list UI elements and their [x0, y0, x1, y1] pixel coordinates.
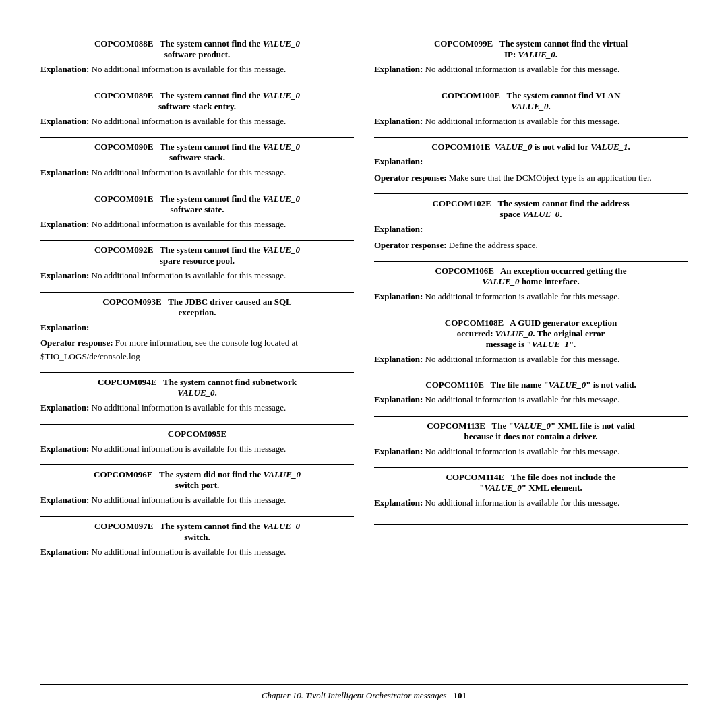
- entry-header-COPCOM088E: COPCOM088E The system cannot find the VA…: [40, 34, 354, 60]
- body-102: Explanation: Operator response: Define t…: [374, 222, 688, 251]
- label-108c: message is "VALUE_1".: [486, 339, 576, 349]
- label-110: The file name "VALUE_0" is not valid.: [491, 380, 636, 390]
- explanation-label-088: Explanation:: [40, 64, 89, 74]
- label-099: The system cannot find the virtual: [499, 38, 628, 49]
- value-099: VALUE_0: [518, 49, 555, 59]
- value-113: VALUE_0: [514, 421, 551, 431]
- period-101: .: [628, 142, 630, 152]
- body-100: Explanation: No additional information i…: [374, 115, 688, 128]
- entry-COPCOM101E: COPCOM101E VALUE_0 is not valid for VALU…: [374, 137, 688, 187]
- body-090: Explanation: No additional information i…: [40, 166, 354, 179]
- entry-COPCOM108E: COPCOM108E A GUID generator exception oc…: [374, 313, 688, 369]
- operator-label-102: Operator response:: [374, 240, 446, 250]
- label-106: An exception occurred getting the: [500, 266, 627, 276]
- body-106: Explanation: No additional information i…: [374, 290, 688, 303]
- label-096b: switch port.: [175, 480, 220, 490]
- entry-COPCOM089E: COPCOM089E The system cannot find the VA…: [40, 86, 354, 131]
- label-097b: switch.: [184, 532, 210, 542]
- entry-COPCOM088E: COPCOM088E The system cannot find the VA…: [40, 34, 354, 79]
- entry-header-COPCOM096E: COPCOM096E The system did not find the V…: [40, 464, 354, 491]
- entry-COPCOM092E: COPCOM092E The system cannot find the VA…: [40, 240, 354, 285]
- explanation-label-093: Explanation:: [40, 322, 89, 332]
- explanation-label-113: Explanation:: [374, 446, 423, 456]
- explanation-text-099: No additional information is available f…: [423, 64, 619, 74]
- code-092: COPCOM092E: [94, 245, 153, 255]
- label-092: The system cannot find the VALUE_0: [160, 245, 300, 255]
- explanation-text-091: No additional information is available f…: [89, 219, 286, 229]
- code-099: COPCOM099E: [434, 38, 493, 49]
- period-100: .: [549, 101, 551, 111]
- value-101b: VALUE_1: [590, 142, 628, 152]
- explanation-text-096: No additional information is available f…: [89, 495, 286, 505]
- body-099: Explanation: No additional information i…: [374, 63, 688, 76]
- code-096: COPCOM096E: [94, 469, 152, 479]
- value-110: VALUE_0: [549, 380, 586, 390]
- label-092b: spare resource pool.: [160, 255, 235, 266]
- code-110: COPCOM110E: [425, 380, 484, 390]
- period-094: .: [215, 388, 217, 398]
- label-101: is not valid for: [532, 142, 590, 152]
- label-090b: software stack.: [169, 152, 225, 162]
- explanation-label-106: Explanation:: [374, 291, 423, 301]
- explanation-label-091: Explanation:: [40, 219, 89, 229]
- right-column: COPCOM099E The system cannot find the vi…: [374, 34, 688, 677]
- value-106: VALUE_0: [482, 276, 519, 286]
- label-094: The system cannot find subnetwork: [163, 377, 297, 387]
- label-108b: occurred: VALUE_0. The original error: [457, 328, 605, 338]
- entry-COPCOM093E: COPCOM093E The JDBC driver caused an SQL…: [40, 292, 354, 366]
- label-099b: IP: VALUE_0.: [504, 49, 557, 59]
- page-number: 101: [454, 690, 467, 701]
- bottom-rule-right: [374, 524, 688, 525]
- body-108: Explanation: No additional information i…: [374, 353, 688, 366]
- explanation-label-089: Explanation:: [40, 116, 89, 126]
- label-096: The system did not find the VALUE_0: [159, 469, 301, 479]
- explanation-label-110: Explanation:: [374, 394, 423, 404]
- explanation-text-110: No additional information is available f…: [423, 394, 619, 404]
- entry-COPCOM100E: COPCOM100E The system cannot find VLAN V…: [374, 86, 688, 131]
- explanation-text-090: No additional information is available f…: [89, 167, 286, 177]
- value-091: VALUE_0: [263, 193, 300, 204]
- label-113: The "VALUE_0" XML file is not valid: [492, 421, 635, 431]
- label-100: The system cannot find VLAN: [507, 90, 621, 100]
- value-094: VALUE_0: [177, 388, 214, 398]
- code-114: COPCOM114E: [446, 472, 505, 482]
- label-088: The system cannot find the VALUE_0: [160, 38, 300, 49]
- label-114: The file does not include the: [511, 472, 616, 482]
- entry-COPCOM106E: COPCOM106E An exception occurred getting…: [374, 261, 688, 306]
- label-089: The system cannot find the VALUE_0: [160, 90, 300, 100]
- code-090: COPCOM090E: [94, 142, 153, 152]
- explanation-text-106: No additional information is available f…: [423, 291, 619, 301]
- explanation-label-108: Explanation:: [374, 354, 423, 364]
- value-100: VALUE_0: [511, 101, 548, 111]
- explanation-label-101: Explanation:: [374, 156, 423, 166]
- label-090: The system cannot find the VALUE_0: [160, 142, 300, 152]
- entry-header-COPCOM113E: COPCOM113E The "VALUE_0" XML file is not…: [374, 416, 688, 442]
- value-096: VALUE_0: [264, 469, 301, 479]
- explanation-label-096: Explanation:: [40, 495, 89, 505]
- explanation-label-102: Explanation:: [374, 224, 423, 234]
- value-097: VALUE_0: [263, 521, 300, 531]
- label-091b: software state.: [171, 204, 224, 214]
- explanation-text-095: No additional information is available f…: [89, 444, 286, 454]
- entry-COPCOM094E: COPCOM094E The system cannot find subnet…: [40, 372, 354, 417]
- body-094: Explanation: No additional information i…: [40, 401, 354, 415]
- entry-COPCOM096E: COPCOM096E The system did not find the V…: [40, 464, 354, 510]
- entry-header-COPCOM093E: COPCOM093E The JDBC driver caused an SQL…: [40, 292, 354, 318]
- explanation-text-100: No additional information is available f…: [423, 116, 619, 126]
- code-091: COPCOM091E: [94, 193, 153, 204]
- body-089: Explanation: No additional information i…: [40, 115, 354, 128]
- entry-COPCOM090E: COPCOM090E The system cannot find the VA…: [40, 137, 354, 182]
- label-093: The JDBC driver caused an SQL: [168, 297, 292, 307]
- explanation-text-088: No additional information is available f…: [89, 64, 286, 74]
- code-113: COPCOM113E: [427, 421, 485, 431]
- operator-label-093: Operator response:: [40, 338, 113, 348]
- operator-label-101: Operator response:: [374, 173, 446, 183]
- code-089: COPCOM089E: [94, 90, 153, 100]
- code-108: COPCOM108E: [445, 317, 504, 328]
- explanation-label-097: Explanation:: [40, 547, 89, 557]
- label-114b: "VALUE_0" XML element.: [479, 483, 582, 493]
- body-114: Explanation: No additional information i…: [374, 496, 688, 510]
- entry-header-COPCOM097E: COPCOM097E The system cannot find the VA…: [40, 516, 354, 543]
- code-101: COPCOM101E: [431, 142, 490, 152]
- body-091: Explanation: No additional information i…: [40, 218, 354, 231]
